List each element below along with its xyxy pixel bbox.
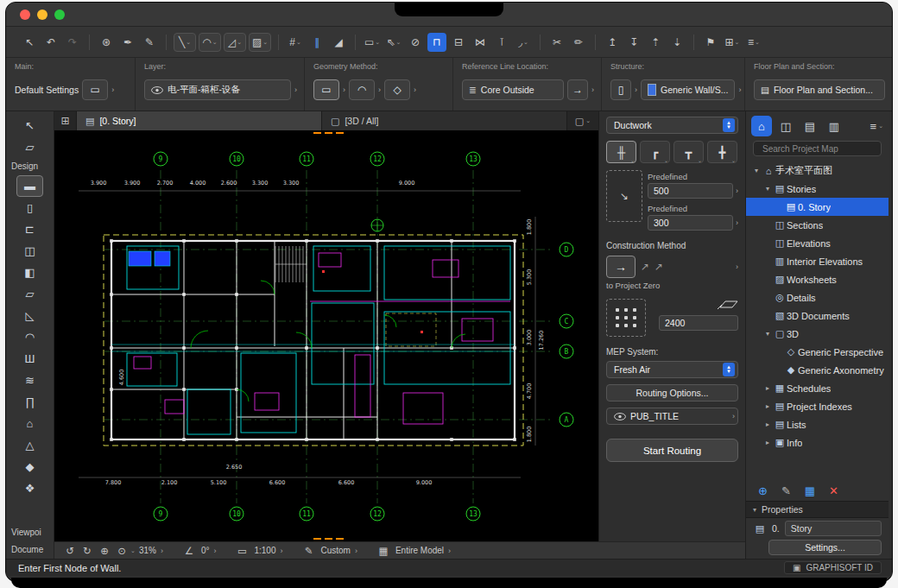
chevron-right-icon[interactable]: › — [738, 85, 741, 94]
suspend-groups-icon[interactable]: ⊘ — [406, 33, 425, 52]
model-filter-icon[interactable]: ▦ — [375, 545, 392, 557]
split-icon[interactable]: ⋈ — [471, 33, 490, 52]
scissors-icon[interactable]: ✂ — [547, 33, 566, 52]
chevron-right-icon[interactable]: › — [736, 262, 738, 271]
tree-item-stories[interactable]: ▾▤Stories — [746, 180, 889, 198]
redo-icon[interactable]: ↷ — [63, 33, 82, 52]
zoom-in-icon[interactable]: ⊕ — [96, 545, 113, 557]
settings-button[interactable]: Settings... — [768, 540, 882, 555]
arc-tool-icon[interactable]: ◠⌄ — [199, 33, 221, 52]
mep-element-type-select[interactable]: Ductwork ▲▼ — [606, 117, 738, 134]
graphisoft-id-badge[interactable]: ▣ GRAPHISOFT ID — [784, 561, 882, 574]
previous-view-icon[interactable]: ↺ — [61, 545, 79, 557]
tree-item-worksheets[interactable]: ▨Worksheets — [746, 270, 889, 288]
tree-item-project-indexes[interactable]: ▸▤Project Indexes — [746, 397, 889, 415]
tree-item-lists[interactable]: ▸▤Lists — [746, 415, 889, 433]
tree-item-elevations[interactable]: ◫Elevations — [746, 234, 889, 252]
zoom-level-control[interactable]: 31%› — [139, 546, 163, 555]
layers-panel-icon[interactable]: ≡⌄ — [744, 33, 763, 52]
adjust-icon[interactable]: ⊺ — [492, 33, 511, 52]
column-tool[interactable]: ▯ — [6, 197, 54, 218]
morph-tool[interactable]: ◆ — [6, 456, 54, 477]
mep-routing-icon[interactable]: ⊓ — [427, 33, 446, 52]
chevron-right-icon[interactable]: › — [378, 85, 381, 94]
polyline-tool-icon[interactable]: ◿⌄ — [224, 33, 246, 52]
fill-tool-icon[interactable]: ▨⌄ — [249, 33, 271, 52]
object-tool[interactable]: ❖ — [6, 477, 54, 499]
tree-chevron-icon[interactable]: ▾ — [762, 330, 773, 338]
stair-tool[interactable]: ≋ — [6, 370, 54, 391]
modify-icon[interactable]: ✏ — [569, 33, 588, 52]
cursor-snap-icon[interactable]: ⇖⌄ — [384, 33, 403, 52]
properties-header[interactable]: ▾ Properties — [746, 501, 889, 518]
guide-lines-icon[interactable]: ∥ — [307, 33, 326, 52]
tree-item-3d[interactable]: ▾▢3D — [746, 325, 889, 343]
search-select-icon[interactable]: ⊛ — [97, 33, 116, 52]
tab-0-story[interactable]: ▤ [0. Story] — [77, 111, 322, 130]
chevron-right-icon[interactable]: › — [635, 85, 637, 94]
tree-item-details[interactable]: ◎Details — [746, 288, 889, 307]
window-tool[interactable]: ◫ — [6, 240, 54, 262]
reference-line-selector[interactable]: ≣ Core Outside — [462, 79, 564, 100]
pen-set-icon[interactable]: ✎ — [300, 545, 317, 557]
floor-plan-display-selector[interactable]: ▤ Floor Plan and Section... — [754, 79, 885, 100]
undo-icon[interactable]: ↶ — [41, 33, 60, 52]
tree-chevron-icon[interactable]: ▸ — [762, 439, 773, 446]
roof-tool[interactable]: ◺ — [6, 305, 54, 326]
rise-option-icon[interactable]: ↗ — [641, 261, 649, 273]
elevate-icon[interactable]: ⇡ — [646, 33, 665, 52]
zoom-menu-icon[interactable]: ⊙ — [113, 545, 130, 557]
rotation-control[interactable]: 0°› — [201, 546, 217, 555]
stepper-icon[interactable]: ▲▼ — [723, 118, 735, 132]
railing-tool[interactable]: ∏ — [6, 391, 54, 413]
view-map-icon[interactable]: ◫ — [775, 116, 796, 136]
pick-up-parameters-icon[interactable]: ✒ — [118, 33, 137, 52]
inject-parameters-icon[interactable]: ✎ — [140, 33, 159, 52]
tree-chevron-icon[interactable]: ▸ — [762, 402, 773, 410]
layer-selector[interactable]: 电-平面-箱柜-设备 — [144, 79, 291, 100]
elevation-input[interactable] — [659, 315, 738, 331]
tree-item-3d-documents[interactable]: ▧3D Documents — [746, 307, 889, 325]
tree-item-generic-perspective[interactable]: ◇Generic Perspective — [746, 343, 889, 361]
line-tool-icon[interactable]: ╲⌄ — [174, 33, 196, 52]
chevron-right-icon[interactable]: › — [591, 85, 594, 94]
mep-system-select[interactable]: Fresh Air ▲▼ — [606, 361, 738, 378]
close-button[interactable] — [20, 9, 30, 20]
fillet-icon[interactable]: ◞⌄ — [514, 33, 533, 52]
pen-set-control[interactable]: Custom› — [320, 546, 357, 555]
project-map-icon[interactable]: ⌂ — [751, 116, 772, 136]
door-tool[interactable]: ◧ — [6, 262, 54, 283]
composite-selector[interactable]: Generic Wall/S... — [641, 79, 735, 100]
tree-chevron-icon[interactable]: ▾ — [751, 167, 762, 174]
tree-item-project[interactable]: ▾⌂手术室平面图 — [746, 161, 889, 180]
placement-method-button[interactable]: ↘ — [606, 170, 642, 222]
chevron-right-icon[interactable]: › — [294, 85, 297, 94]
tree-item-interior-elevations[interactable]: ▥Interior Elevations — [746, 252, 889, 270]
wall-tool[interactable]: ▬ — [16, 175, 43, 197]
navigator-menu-icon[interactable]: ≡⌄ — [870, 120, 883, 133]
grid-snap-icon[interactable]: #⌄ — [286, 33, 305, 52]
tree-item-schedules[interactable]: ▸▦Schedules — [746, 379, 889, 397]
search-input[interactable] — [762, 144, 876, 154]
scale-control[interactable]: 1:100› — [254, 546, 282, 555]
palette-section-viewpoi[interactable]: Viewpoi — [6, 524, 54, 541]
view-options-button[interactable]: ▢⌄ — [567, 111, 598, 130]
zoom-button[interactable] — [54, 9, 65, 20]
layout-book-icon[interactable]: ▤ — [800, 116, 820, 136]
chevron-right-icon[interactable]: › — [736, 218, 738, 227]
slab-tool[interactable]: ▱ — [6, 283, 54, 305]
predefined-height-select[interactable]: 300 — [648, 215, 733, 231]
orientation-icon[interactable]: ∠ — [180, 545, 198, 557]
scale-icon[interactable]: ▭ — [233, 545, 250, 557]
minimize-button[interactable] — [37, 9, 47, 20]
align-bottom-icon[interactable]: ↧ — [624, 33, 643, 52]
tree-item-info[interactable]: ▸▣Info — [746, 433, 889, 452]
duct-cross-icon[interactable]: ╋⌄ — [707, 141, 737, 163]
reference-line-offset-button[interactable]: → — [567, 79, 588, 100]
snap-guides-icon[interactable]: ◢ — [329, 33, 348, 52]
duct-tee-icon[interactable]: ┳⌄ — [674, 141, 704, 163]
delete-viewpoint-button[interactable]: ✕ — [829, 484, 838, 497]
drop-icon[interactable]: ⇣ — [667, 33, 686, 52]
quad-view-icon[interactable]: ⊞ — [54, 111, 77, 130]
beam-tool[interactable]: ⊏ — [6, 218, 54, 240]
